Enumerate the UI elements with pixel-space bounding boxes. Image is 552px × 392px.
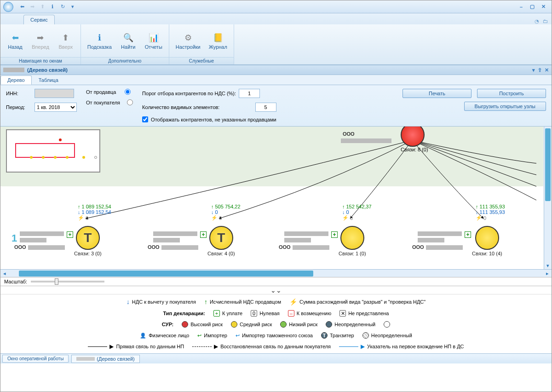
refresh-icon[interactable]: ↻: [58, 3, 67, 11]
ribbon-tab-strip: Сервис ◔ 🗀: [0, 13, 552, 24]
show-contractors-checkbox[interactable]: [142, 116, 148, 122]
root-ooo: ООО: [343, 131, 355, 137]
expand-node-button[interactable]: +: [200, 231, 207, 238]
close-button[interactable]: ✕: [539, 3, 548, 11]
from-seller-radio[interactable]: От продавца: [86, 89, 133, 95]
filter-panel: ИНН: Период: 1 кв. 2018 От продавца От п…: [0, 85, 552, 127]
nav-back-icon[interactable]: ⬅: [18, 3, 26, 11]
minimap-viewport[interactable]: [15, 143, 75, 158]
undefined-icon: [362, 332, 369, 339]
horizontal-scrollbar[interactable]: ◂ ▸: [0, 269, 552, 277]
collapse-icon[interactable]: ▾: [532, 67, 535, 73]
find-button[interactable]: 🔍Найти: [117, 26, 139, 55]
journal-button-icon: 📒: [213, 32, 224, 43]
show-contractors-label: Отображать контрагентов, не указанных пр…: [151, 117, 276, 122]
hint-button[interactable]: ℹПодсказка: [85, 26, 115, 55]
settings-button[interactable]: ⚙Настройки: [173, 26, 203, 55]
pin-icon[interactable]: ⇧: [538, 67, 542, 73]
inn-input[interactable]: [34, 89, 74, 98]
scroll-thumb[interactable]: [545, 128, 551, 201]
expand-node-button[interactable]: +: [331, 231, 338, 238]
status-tab-main[interactable]: Окно оперативной работы: [2, 355, 69, 363]
child-redacted: [418, 231, 462, 242]
child-node[interactable]: Связи: 10 (4): [472, 226, 502, 256]
forward-button[interactable]: ➡Вперед: [29, 26, 52, 55]
solid-line-icon: [88, 346, 107, 347]
gray-risk-icon: [326, 321, 332, 328]
scroll-down-icon[interactable]: ▾: [544, 262, 552, 269]
zoom-slider-thumb[interactable]: [55, 278, 58, 285]
tab-table[interactable]: Таблица: [32, 75, 65, 85]
ribbon-group-label: Дополнительно: [81, 57, 169, 64]
child-values: ↑505 754,22 ↓0 ⚡0: [211, 204, 241, 221]
redacted-block: [293, 245, 329, 250]
scroll-left-icon[interactable]: ◂: [0, 271, 9, 277]
root-links-label: Связи: 8 (0): [401, 147, 428, 152]
nav-fwd-icon[interactable]: ➡: [28, 3, 36, 11]
zoom-slider[interactable]: [31, 281, 104, 282]
minimize-button[interactable]: –: [517, 3, 526, 11]
dropdown-icon[interactable]: ▾: [69, 3, 77, 11]
legend-toggle[interactable]: ⌄⌄: [0, 286, 552, 294]
info-icon[interactable]: ℹ: [48, 3, 57, 11]
journal-button[interactable]: 📒Журнал: [206, 26, 230, 55]
child-redacted: [20, 231, 64, 242]
legend: ↓НДС к вычету у покупателя ↑Исчисленный …: [0, 294, 552, 353]
export-nodes-button[interactable]: Выгрузить открытые узлы: [464, 102, 546, 111]
scroll-right-icon[interactable]: ▸: [543, 271, 552, 277]
person-icon: 👤: [140, 333, 146, 339]
visible-input[interactable]: [255, 103, 276, 112]
child-node-circle: T: [76, 226, 100, 250]
minimap[interactable]: [6, 129, 100, 173]
from-buyer-radio[interactable]: От покупателя: [86, 99, 133, 105]
child-node[interactable]: T Связи: 4 (0): [207, 226, 235, 256]
child-node[interactable]: Связи: 1 (0): [339, 226, 366, 256]
threshold-input[interactable]: [239, 89, 260, 98]
graph-canvas[interactable]: ООО Связи: 8 (0) 1 ↑1 089 152,54 ↓1 089 …: [0, 127, 552, 269]
period-select[interactable]: 1 кв. 2018: [34, 103, 77, 112]
tab-tree[interactable]: Дерево: [0, 75, 32, 85]
child-links-label: Связи: 1 (0): [339, 251, 366, 256]
ribbon-tab-service[interactable]: Сервис: [23, 15, 55, 24]
x-icon: ✕: [339, 310, 346, 317]
arrow-up-icon: ↑: [204, 298, 207, 306]
up-button-icon: ⬆: [60, 32, 71, 43]
titlebar: ⬅ ➡ ⬆ ℹ ↻ ▾ – ▢ ✕: [0, 0, 552, 13]
child-node-circle: [475, 226, 499, 250]
help-icon[interactable]: ◔: [535, 18, 539, 24]
dashed-line-icon: [192, 346, 212, 347]
build-button[interactable]: Построить: [477, 89, 546, 98]
child-ooo: ООО: [148, 244, 160, 250]
hscroll-thumb[interactable]: [19, 271, 313, 277]
ribbon-group-label: Навигация по окнам: [0, 57, 80, 64]
child-links-label: Связи: 10 (4): [472, 251, 502, 256]
vertical-scrollbar[interactable]: ▴ ▾: [544, 127, 552, 269]
inn-label: ИНН:: [6, 91, 32, 96]
redacted-block: [28, 245, 65, 250]
hint-button-icon: ℹ: [94, 32, 105, 43]
zero-icon: 0: [251, 310, 257, 317]
maximize-button[interactable]: ▢: [528, 3, 537, 11]
print-button[interactable]: Печать: [402, 89, 472, 98]
ribbon: ⬅Назад➡Вперед⬆ВверхНавигация по окнамℹПо…: [0, 24, 552, 65]
blue-line-icon: [339, 346, 358, 347]
view-tabs: Дерево Таблица: [0, 75, 552, 85]
folder-icon[interactable]: 🗀: [543, 18, 548, 24]
back-button[interactable]: ⬅Назад: [4, 26, 26, 55]
doc-close-icon[interactable]: ✕: [545, 67, 549, 73]
child-node[interactable]: T Связи: 3 (0): [74, 226, 102, 256]
app-icon: [3, 2, 13, 12]
root-node[interactable]: [401, 127, 425, 147]
expand-node-button[interactable]: +: [67, 231, 73, 238]
up-button[interactable]: ⬆Вверх: [55, 26, 77, 55]
find-button-icon: 🔍: [123, 32, 134, 43]
threshold-label: Порог отбора контрагентов по НДС (%):: [142, 91, 236, 96]
reports-button[interactable]: 📊Отчеты: [142, 26, 165, 55]
nav-up-icon[interactable]: ⬆: [38, 3, 46, 11]
redacted-block: [426, 245, 463, 250]
expand-node-button[interactable]: +: [465, 231, 471, 238]
status-tab-tree[interactable]: (Дерево связей): [71, 355, 139, 363]
child-node-circle: T: [209, 226, 233, 250]
child-node-circle: [340, 226, 364, 250]
minus-icon: –: [288, 310, 294, 317]
